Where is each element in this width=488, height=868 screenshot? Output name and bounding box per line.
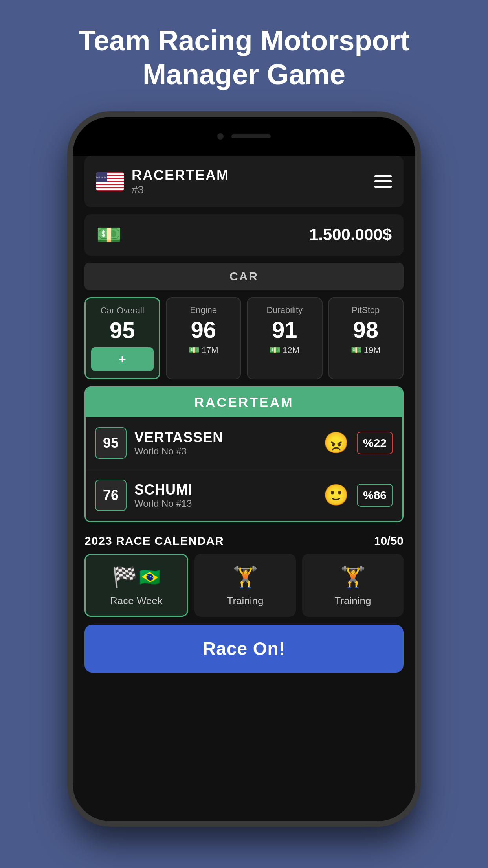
stat-card-overall: Car Overall 95 +: [84, 297, 160, 379]
money-icon: 💵: [96, 223, 122, 247]
driver-name-vertassen: VERTASSEN: [134, 429, 316, 446]
calendar-item-race-week[interactable]: 🏁 🇧🇷 Race Week: [84, 554, 188, 617]
hamburger-line: [374, 175, 392, 177]
team-flag: ★★★★★★★★★★★★★★★★★★★★★★★★★★★★★★★★★★★★★★★★…: [96, 172, 124, 191]
notch-area: [73, 117, 415, 156]
driver-info-schumi: SCHUMI World No #13: [134, 482, 316, 509]
hamburger-line: [374, 180, 392, 182]
driver-row-vertassen: 95 VERTASSEN World No #3 😠 %22: [86, 417, 402, 469]
calendar-item-training-1[interactable]: 🏋 Training: [194, 554, 296, 617]
cost-icon-durability: 💵: [270, 345, 280, 355]
calendar-title: 2023 RACE CALENDAR: [84, 534, 224, 548]
stat-card-pitstop: PitStop 98 💵 19M: [328, 297, 404, 379]
car-stats: Car Overall 95 + Engine 96 💵 17M: [84, 297, 404, 379]
calendar-items: 🏁 🇧🇷 Race Week 🏋 Training 🏋 Training: [84, 554, 404, 617]
calendar-header: 2023 RACE CALENDAR 10/50: [84, 530, 404, 554]
phone-frame: ★★★★★★★★★★★★★★★★★★★★★★★★★★★★★★★★★★★★★★★★…: [67, 111, 421, 827]
team-info: RACERTEAM #3: [132, 167, 229, 196]
driver-name-schumi: SCHUMI: [134, 482, 316, 498]
upgrade-button[interactable]: +: [91, 347, 154, 371]
calendar-item-training-2[interactable]: 🏋 Training: [302, 554, 404, 617]
calendar-item-label-training-1: Training: [227, 595, 264, 607]
hamburger-line: [374, 186, 392, 188]
stat-value-engine: 96: [172, 318, 235, 341]
stat-label-durability: Durability: [253, 305, 316, 315]
cost-icon-engine: 💵: [189, 345, 199, 355]
driver-number-schumi: 76: [95, 480, 127, 511]
stat-label-overall: Car Overall: [91, 305, 154, 316]
page-title: Team Racing Motorsport Manager Game: [47, 0, 441, 107]
driver-mood-vertassen: 😠: [323, 431, 349, 455]
driver-info-vertassen: VERTASSEN World No #3: [134, 429, 316, 457]
cost-icon-pitstop: 💵: [351, 345, 361, 355]
race-on-button[interactable]: Race On!: [84, 625, 404, 673]
driver-world-schumi: World No #13: [134, 498, 316, 509]
driver-pct-vertassen[interactable]: %22: [357, 432, 393, 454]
stat-card-engine: Engine 96 💵 17M: [166, 297, 242, 379]
menu-button[interactable]: [374, 175, 392, 188]
stat-card-durability: Durability 91 💵 12M: [247, 297, 323, 379]
calendar-progress: 10/50: [374, 534, 404, 548]
race-week-brazil-flag: 🇧🇷: [139, 567, 161, 587]
stat-value-overall: 95: [91, 319, 154, 342]
driver-row-schumi: 76 SCHUMI World No #13 🙂 %86: [86, 469, 402, 521]
team-name: RACERTEAM: [132, 167, 229, 184]
stat-label-engine: Engine: [172, 305, 235, 315]
speaker-bar: [231, 134, 271, 138]
app-header: ★★★★★★★★★★★★★★★★★★★★★★★★★★★★★★★★★★★★★★★★…: [84, 156, 404, 207]
stat-label-pitstop: PitStop: [334, 305, 398, 315]
driver-number-vertassen: 95: [95, 427, 127, 459]
camera-dot: [217, 133, 224, 140]
stat-value-pitstop: 98: [334, 318, 398, 341]
stat-cost-pitstop: 💵 19M: [334, 345, 398, 355]
stat-value-durability: 91: [253, 318, 316, 341]
team-number: #3: [132, 184, 229, 196]
training-icon-2: 🏋: [340, 565, 366, 589]
calendar-item-label-race-week: Race Week: [110, 595, 163, 607]
stat-cost-engine: 💵 17M: [172, 345, 235, 355]
training-icon-1: 🏋: [233, 565, 258, 589]
money-bar: 💵 1.500.000$: [84, 214, 404, 256]
calendar-item-label-training-2: Training: [335, 595, 371, 607]
team-section-name: RACERTEAM: [93, 395, 395, 410]
driver-mood-schumi: 🙂: [323, 483, 349, 507]
team-section-header: RACERTEAM: [86, 388, 402, 417]
stat-cost-durability: 💵 12M: [253, 345, 316, 355]
driver-pct-schumi[interactable]: %86: [357, 484, 393, 507]
race-week-flag-icon: 🏁: [112, 565, 138, 589]
header-left: ★★★★★★★★★★★★★★★★★★★★★★★★★★★★★★★★★★★★★★★★…: [96, 167, 229, 196]
team-section: RACERTEAM 95 VERTASSEN World No #3 😠 %22: [84, 386, 404, 522]
car-section-label: CAR: [84, 263, 404, 290]
money-amount: 1.500.000$: [309, 225, 392, 244]
driver-world-vertassen: World No #3: [134, 446, 316, 457]
